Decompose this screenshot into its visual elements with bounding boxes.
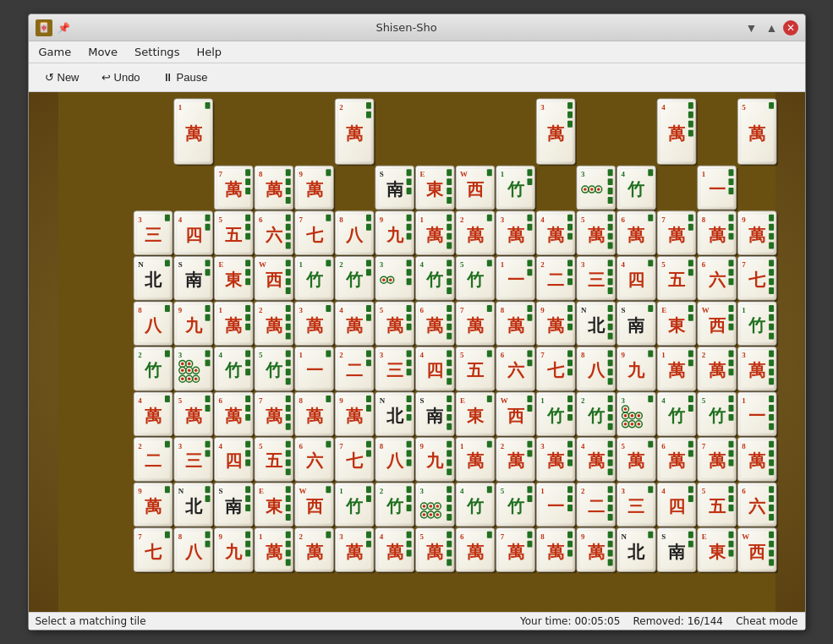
tile-128[interactable]: 3三 [617, 483, 657, 528]
tile-44[interactable]: 5竹 [456, 256, 496, 302]
tile-3[interactable]: 4萬 [657, 99, 698, 166]
tile-96[interactable]: 3 [617, 392, 657, 438]
tile-104[interactable]: 6六 [294, 438, 335, 483]
tile-115[interactable]: 8萬 [737, 438, 778, 483]
tile-139[interactable]: 5萬 [415, 528, 456, 574]
menu-help[interactable]: Help [189, 43, 228, 61]
tile-70[interactable]: 4竹 [214, 347, 255, 393]
tile-53[interactable]: 9九 [173, 302, 214, 347]
tile-120[interactable]: W西 [294, 483, 335, 528]
tile-79[interactable]: 8八 [576, 347, 617, 393]
tile-54[interactable]: 1萬 [214, 302, 255, 347]
tile-116[interactable]: 9萬 [134, 483, 174, 528]
minimize-button[interactable]: ▼ [743, 19, 761, 37]
menu-settings[interactable]: Settings [128, 43, 186, 61]
tile-10[interactable]: S南 [375, 166, 415, 211]
tile-41[interactable]: 2竹 [335, 256, 375, 302]
tile-69[interactable]: 3 [173, 347, 214, 393]
tile-94[interactable]: 1竹 [536, 392, 577, 438]
tile-132[interactable]: 7七 [134, 528, 174, 574]
tile-129[interactable]: 4四 [657, 483, 698, 528]
tile-105[interactable]: 7七 [335, 438, 375, 483]
tile-83[interactable]: 3萬 [737, 347, 778, 393]
tile-15[interactable]: 3 [576, 166, 617, 211]
tile-16[interactable]: 4竹 [617, 166, 657, 211]
tile-52[interactable]: 8八 [134, 302, 174, 347]
tile-40[interactable]: 1竹 [294, 256, 335, 302]
tile-136[interactable]: 2萬 [294, 528, 335, 574]
tile-20[interactable]: 3三 [134, 211, 174, 257]
tile-81[interactable]: 1萬 [657, 347, 698, 393]
tile-124[interactable]: 4竹 [456, 483, 496, 528]
tile-114[interactable]: 7萬 [697, 438, 737, 483]
tile-65[interactable]: E東 [657, 302, 698, 347]
tile-73[interactable]: 2二 [335, 347, 375, 393]
tile-99[interactable]: 1一 [737, 392, 778, 438]
tile-147[interactable]: W西 [737, 528, 778, 574]
tile-77[interactable]: 6六 [496, 347, 536, 393]
tile-142[interactable]: 8萬 [536, 528, 577, 574]
tile-125[interactable]: 5竹 [496, 483, 536, 528]
tile-33[interactable]: 7萬 [657, 211, 698, 257]
tile-126[interactable]: 1一 [536, 483, 577, 528]
tile-119[interactable]: E東 [255, 483, 295, 528]
tile-30[interactable]: 4萬 [536, 211, 577, 257]
tile-75[interactable]: 4四 [415, 347, 456, 393]
tile-0[interactable]: 1萬 [173, 99, 214, 166]
tile-102[interactable]: 4四 [214, 438, 255, 483]
tile-130[interactable]: 5五 [697, 483, 737, 528]
tile-131[interactable]: 6六 [737, 483, 778, 528]
pin-icon[interactable]: 📌 [58, 21, 71, 35]
tile-56[interactable]: 3萬 [294, 302, 335, 347]
tile-133[interactable]: 8八 [173, 528, 214, 574]
undo-button[interactable]: ↩ Undo [92, 67, 150, 88]
tile-68[interactable]: 2竹 [134, 347, 174, 393]
tile-57[interactable]: 4萬 [335, 302, 375, 347]
tile-71[interactable]: 5竹 [255, 347, 295, 393]
tile-87[interactable]: 7萬 [255, 392, 295, 438]
tile-34[interactable]: 8萬 [697, 211, 737, 257]
tile-58[interactable]: 5萬 [375, 302, 415, 347]
tile-4[interactable]: 5萬 [737, 99, 778, 166]
tile-6[interactable]: 7萬 [214, 166, 255, 211]
tile-106[interactable]: 8八 [375, 438, 415, 483]
tile-86[interactable]: 6萬 [214, 392, 255, 438]
tile-13[interactable]: 1竹 [496, 166, 536, 211]
maximize-button[interactable]: ▲ [763, 19, 781, 37]
tile-11[interactable]: E東 [415, 166, 456, 211]
tile-24[interactable]: 7七 [294, 211, 335, 257]
tile-23[interactable]: 6六 [255, 211, 295, 257]
tile-7[interactable]: 8萬 [255, 166, 295, 211]
tile-103[interactable]: 5五 [255, 438, 295, 483]
tile-50[interactable]: 6六 [697, 256, 737, 302]
tile-31[interactable]: 5萬 [576, 211, 617, 257]
tile-62[interactable]: 9萬 [536, 302, 577, 347]
tile-42[interactable]: 3 [375, 256, 415, 302]
tile-107[interactable]: 9九 [415, 438, 456, 483]
tile-29[interactable]: 3萬 [496, 211, 536, 257]
tile-91[interactable]: S南 [415, 392, 456, 438]
tile-8[interactable]: 9萬 [294, 166, 335, 211]
tile-51[interactable]: 7七 [737, 256, 778, 302]
tile-78[interactable]: 7七 [536, 347, 577, 393]
tile-46[interactable]: 2二 [536, 256, 577, 302]
tile-45[interactable]: 1一 [496, 256, 536, 302]
tile-59[interactable]: 6萬 [415, 302, 456, 347]
tile-138[interactable]: 4萬 [375, 528, 415, 574]
tile-76[interactable]: 5五 [456, 347, 496, 393]
tile-101[interactable]: 3三 [173, 438, 214, 483]
game-board[interactable]: 1萬2萬3萬4萬5萬7萬8萬9萬S南E東W西1竹34竹1一3三4四5五6六7七8… [29, 92, 805, 612]
tile-84[interactable]: 4萬 [134, 392, 174, 438]
tile-110[interactable]: 3萬 [536, 438, 577, 483]
tile-12[interactable]: W西 [456, 166, 496, 211]
tile-66[interactable]: W西 [697, 302, 737, 347]
tile-97[interactable]: 4竹 [657, 392, 698, 438]
tile-111[interactable]: 4萬 [576, 438, 617, 483]
tile-141[interactable]: 7萬 [496, 528, 536, 574]
tile-74[interactable]: 3三 [375, 347, 415, 393]
tile-144[interactable]: N北 [617, 528, 657, 574]
tile-127[interactable]: 2二 [576, 483, 617, 528]
tile-47[interactable]: 3三 [576, 256, 617, 302]
tile-32[interactable]: 6萬 [617, 211, 657, 257]
tile-82[interactable]: 2萬 [697, 347, 737, 393]
